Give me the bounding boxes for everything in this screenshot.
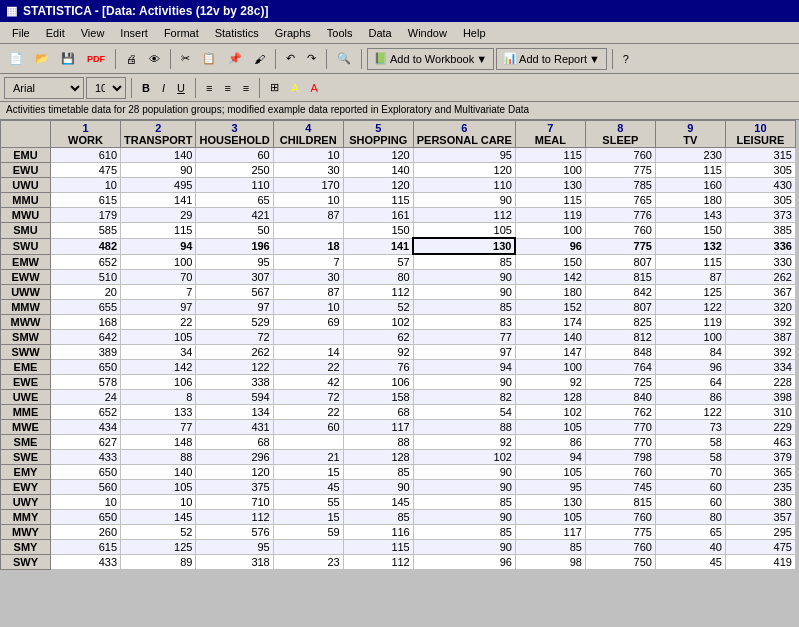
- data-cell[interactable]: 85: [343, 510, 413, 525]
- data-cell[interactable]: 375: [196, 480, 273, 495]
- data-cell[interactable]: 842: [585, 285, 655, 300]
- data-cell[interactable]: 160: [655, 178, 725, 193]
- data-cell[interactable]: 430: [725, 178, 795, 193]
- row-header[interactable]: SWE: [1, 450, 51, 465]
- data-cell[interactable]: 770: [585, 435, 655, 450]
- data-cell[interactable]: 567: [196, 285, 273, 300]
- data-cell[interactable]: 68: [343, 405, 413, 420]
- data-cell[interactable]: 84: [655, 345, 725, 360]
- data-cell[interactable]: 180: [515, 285, 585, 300]
- data-cell[interactable]: 179: [51, 208, 121, 223]
- data-cell[interactable]: 72: [273, 390, 343, 405]
- data-cell[interactable]: 141: [343, 238, 413, 254]
- data-cell[interactable]: 433: [51, 450, 121, 465]
- data-cell[interactable]: 96: [413, 555, 515, 570]
- data-cell[interactable]: 22: [121, 315, 196, 330]
- col-header-1[interactable]: 1 WORK: [51, 121, 121, 148]
- data-cell[interactable]: 100: [515, 360, 585, 375]
- menu-data[interactable]: Data: [361, 25, 400, 41]
- menu-file[interactable]: File: [4, 25, 38, 41]
- data-cell[interactable]: 112: [343, 555, 413, 570]
- data-cell[interactable]: 115: [343, 540, 413, 555]
- data-cell[interactable]: 96: [655, 360, 725, 375]
- data-cell[interactable]: 15: [273, 465, 343, 480]
- data-cell[interactable]: 330: [725, 254, 795, 270]
- open-button[interactable]: 📂: [30, 48, 54, 70]
- data-cell[interactable]: 229: [725, 420, 795, 435]
- row-header[interactable]: EWY: [1, 480, 51, 495]
- data-cell[interactable]: 90: [413, 480, 515, 495]
- data-cell[interactable]: 112: [196, 510, 273, 525]
- data-cell[interactable]: 98: [515, 555, 585, 570]
- data-cell[interactable]: 421: [196, 208, 273, 223]
- data-cell[interactable]: 42: [273, 375, 343, 390]
- data-cell[interactable]: 148: [121, 435, 196, 450]
- data-cell[interactable]: 10: [273, 193, 343, 208]
- data-cell[interactable]: 82: [413, 390, 515, 405]
- data-cell[interactable]: 615: [51, 193, 121, 208]
- data-cell[interactable]: 70: [121, 270, 196, 285]
- data-cell[interactable]: 85: [515, 540, 585, 555]
- data-cell[interactable]: 94: [121, 238, 196, 254]
- data-cell[interactable]: 85: [413, 300, 515, 315]
- data-cell[interactable]: 22: [273, 360, 343, 375]
- data-cell[interactable]: 585: [51, 223, 121, 239]
- data-cell[interactable]: 305: [725, 193, 795, 208]
- data-cell[interactable]: 45: [273, 480, 343, 495]
- data-cell[interactable]: 125: [121, 540, 196, 555]
- data-cell[interactable]: 387: [725, 330, 795, 345]
- data-cell[interactable]: 825: [585, 315, 655, 330]
- data-cell[interactable]: 45: [655, 555, 725, 570]
- data-cell[interactable]: 59: [273, 525, 343, 540]
- align-left-button[interactable]: ≡: [201, 77, 217, 99]
- data-cell[interactable]: 398: [725, 390, 795, 405]
- data-cell[interactable]: 798: [585, 450, 655, 465]
- menu-format[interactable]: Format: [156, 25, 207, 41]
- data-cell[interactable]: [273, 540, 343, 555]
- data-cell[interactable]: 87: [273, 285, 343, 300]
- data-cell[interactable]: 95: [515, 480, 585, 495]
- data-cell[interactable]: 105: [515, 420, 585, 435]
- data-cell[interactable]: 119: [515, 208, 585, 223]
- row-header[interactable]: SWU: [1, 238, 51, 254]
- data-cell[interactable]: 125: [655, 285, 725, 300]
- row-header[interactable]: UWY: [1, 495, 51, 510]
- menu-insert[interactable]: Insert: [112, 25, 156, 41]
- data-cell[interactable]: 83: [413, 315, 515, 330]
- data-cell[interactable]: 94: [413, 360, 515, 375]
- data-cell[interactable]: 105: [121, 480, 196, 495]
- row-header[interactable]: EWE: [1, 375, 51, 390]
- data-cell[interactable]: 305: [725, 163, 795, 178]
- data-cell[interactable]: 100: [515, 163, 585, 178]
- data-cell[interactable]: 392: [725, 315, 795, 330]
- data-cell[interactable]: 65: [196, 193, 273, 208]
- data-cell[interactable]: 262: [196, 345, 273, 360]
- row-header[interactable]: MWU: [1, 208, 51, 223]
- data-cell[interactable]: 320: [725, 300, 795, 315]
- data-cell[interactable]: 615: [51, 540, 121, 555]
- menu-help[interactable]: Help: [455, 25, 494, 41]
- data-cell[interactable]: 102: [343, 315, 413, 330]
- data-cell[interactable]: 120: [343, 148, 413, 163]
- data-cell[interactable]: 90: [413, 465, 515, 480]
- data-cell[interactable]: 70: [655, 465, 725, 480]
- data-cell[interactable]: 90: [413, 285, 515, 300]
- data-cell[interactable]: 122: [655, 300, 725, 315]
- data-cell[interactable]: 102: [413, 450, 515, 465]
- data-cell[interactable]: 750: [585, 555, 655, 570]
- data-cell[interactable]: 365: [725, 465, 795, 480]
- data-cell[interactable]: 10: [51, 178, 121, 193]
- data-cell[interactable]: 140: [121, 148, 196, 163]
- data-cell[interactable]: 106: [121, 375, 196, 390]
- data-cell[interactable]: 10: [121, 495, 196, 510]
- data-cell[interactable]: 20: [51, 285, 121, 300]
- row-header[interactable]: EME: [1, 360, 51, 375]
- menu-statistics[interactable]: Statistics: [207, 25, 267, 41]
- data-cell[interactable]: 389: [51, 345, 121, 360]
- data-cell[interactable]: 86: [655, 390, 725, 405]
- data-cell[interactable]: 463: [725, 435, 795, 450]
- row-header[interactable]: UWE: [1, 390, 51, 405]
- data-cell[interactable]: 23: [273, 555, 343, 570]
- data-cell[interactable]: 128: [515, 390, 585, 405]
- data-cell[interactable]: 765: [585, 193, 655, 208]
